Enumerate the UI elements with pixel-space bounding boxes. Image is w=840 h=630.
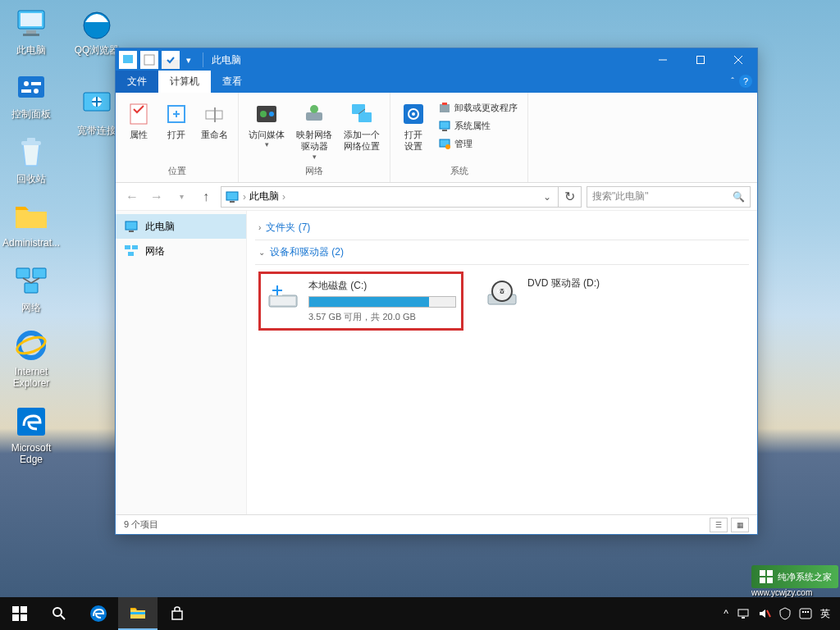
svg-line-14 bbox=[23, 278, 31, 283]
breadcrumb-bar[interactable]: › 此电脑 › ⌄ bbox=[221, 186, 559, 208]
button-label: 添加一个 网络位置 bbox=[344, 129, 380, 153]
qat-dropdown[interactable]: ▾ bbox=[183, 51, 194, 69]
ime-lang-indicator[interactable]: 英 bbox=[820, 607, 830, 621]
svg-rect-3 bbox=[23, 34, 39, 36]
desktop-icon-control-panel[interactable]: 控制面板 bbox=[2, 71, 61, 120]
network-tray-icon[interactable] bbox=[737, 608, 750, 619]
refresh-button[interactable]: ↻ bbox=[559, 186, 582, 208]
open-button[interactable]: 打开 bbox=[160, 99, 193, 142]
edge-icon bbox=[14, 404, 48, 439]
control-panel-icon bbox=[14, 71, 48, 105]
svg-rect-12 bbox=[33, 268, 46, 278]
drive-c[interactable]: 本地磁盘 (C:) 3.57 GB 可用，共 20.0 GB bbox=[258, 272, 463, 331]
maximize-button[interactable] bbox=[682, 48, 719, 71]
svg-point-49 bbox=[445, 144, 450, 149]
desktop-icon-this-pc[interactable]: 此电脑 bbox=[2, 7, 61, 56]
security-tray-icon[interactable] bbox=[779, 607, 791, 620]
search-input[interactable]: 搜索"此电脑" 🔍 bbox=[587, 186, 751, 208]
ribbon: 属性 打开 重命名 位置 访问媒体 ▾ bbox=[116, 93, 757, 183]
svg-rect-62 bbox=[272, 291, 276, 295]
nav-label: 网络 bbox=[145, 244, 165, 258]
qat-icon[interactable] bbox=[119, 51, 137, 69]
drives-group-header[interactable]: ⌄ 设备和驱动器 (2) bbox=[255, 240, 749, 265]
tiles-view-button[interactable]: ▦ bbox=[731, 518, 749, 532]
ribbon-group-network: 访问媒体 ▾ 映射网络 驱动器 ▾ 添加一个 网络位置 网络 bbox=[239, 93, 390, 182]
svg-rect-26 bbox=[697, 57, 705, 64]
add-location-button[interactable]: 添加一个 网络位置 bbox=[340, 99, 383, 154]
svg-rect-73 bbox=[12, 606, 19, 613]
desktop: 此电脑 控制面板 回收站 Administrat... 网络 Internet … bbox=[0, 0, 115, 481]
drive-d[interactable]: DVD DVD 驱动器 (D:) bbox=[480, 272, 685, 316]
uninstall-button[interactable]: 卸载或更改程序 bbox=[435, 99, 521, 116]
properties-button[interactable]: 属性 bbox=[122, 99, 155, 142]
tab-computer[interactable]: 计算机 bbox=[158, 71, 211, 93]
folders-group-header[interactable]: › 文件夹 (7) bbox=[255, 216, 749, 240]
close-button[interactable] bbox=[719, 48, 757, 71]
desktop-icon-admin-folder[interactable]: Administrat... bbox=[2, 199, 61, 249]
svg-rect-81 bbox=[738, 609, 748, 616]
up-button[interactable]: ↑ bbox=[196, 187, 216, 207]
rename-button[interactable]: 重命名 bbox=[198, 99, 231, 142]
recent-dropdown[interactable]: ▾ bbox=[171, 187, 191, 207]
qat-icon[interactable] bbox=[140, 51, 158, 69]
details-view-button[interactable]: ☰ bbox=[710, 518, 728, 532]
forward-button[interactable]: → bbox=[147, 187, 167, 207]
drive-capacity-fill bbox=[309, 297, 429, 307]
tray-chevron-icon[interactable]: ^ bbox=[724, 608, 728, 619]
svg-point-5 bbox=[24, 81, 29, 86]
nav-item-this-pc[interactable]: 此电脑 bbox=[116, 214, 246, 239]
titlebar[interactable]: ▾ 此电脑 bbox=[116, 48, 757, 71]
minimize-button[interactable] bbox=[644, 48, 682, 71]
taskbar-explorer[interactable] bbox=[118, 597, 158, 630]
back-button[interactable]: ← bbox=[122, 187, 142, 207]
svg-rect-4 bbox=[18, 76, 44, 98]
svg-rect-58 bbox=[271, 297, 295, 305]
ime-tray-icon[interactable] bbox=[799, 608, 812, 619]
svg-rect-76 bbox=[21, 614, 27, 621]
ribbon-tabs: 文件 计算机 查看 ˆ ? bbox=[116, 71, 757, 93]
svg-line-78 bbox=[61, 615, 65, 619]
qat-properties-icon[interactable] bbox=[162, 51, 180, 69]
taskbar[interactable]: ^ 英 bbox=[0, 597, 840, 630]
start-button[interactable] bbox=[0, 597, 39, 630]
button-label: 映射网络 驱动器 bbox=[296, 129, 332, 153]
system-tray[interactable]: ^ 英 bbox=[717, 607, 837, 621]
taskbar-store[interactable] bbox=[158, 597, 197, 630]
svg-line-83 bbox=[767, 610, 770, 617]
group-label: 位置 bbox=[122, 165, 231, 179]
help-icon[interactable]: ? bbox=[739, 75, 752, 88]
address-bar: ← → ▾ ↑ › 此电脑 › ⌄ ↻ 搜索"此电脑" 🔍 bbox=[116, 183, 757, 211]
button-label: 打开 设置 bbox=[404, 129, 422, 153]
system-properties-button[interactable]: 系统属性 bbox=[435, 117, 521, 134]
desktop-icon-network[interactable]: 网络 bbox=[2, 264, 61, 313]
nav-item-network[interactable]: 网络 bbox=[116, 239, 246, 263]
map-drive-button[interactable]: 映射网络 驱动器 ▾ bbox=[293, 99, 336, 162]
desktop-icon-edge[interactable]: Microsoft Edge bbox=[2, 404, 61, 466]
search-icon: 🔍 bbox=[733, 191, 745, 203]
taskbar-edge[interactable] bbox=[79, 597, 118, 630]
search-button[interactable] bbox=[39, 597, 79, 630]
breadcrumb-sep: › bbox=[243, 191, 246, 203]
manage-button[interactable]: 管理 bbox=[435, 135, 521, 152]
search-placeholder: 搜索"此电脑" bbox=[592, 189, 649, 203]
desktop-icon-ie[interactable]: Internet Explorer bbox=[2, 328, 61, 390]
ribbon-collapse-icon[interactable]: ˆ bbox=[731, 76, 734, 86]
content-pane[interactable]: › 文件夹 (7) ⌄ 设备和驱动器 (2) 本地磁盘 (C:) 3.57 GB… bbox=[247, 211, 757, 514]
svg-rect-69 bbox=[760, 570, 765, 576]
access-media-button[interactable]: 访问媒体 ▾ bbox=[245, 99, 288, 150]
svg-rect-86 bbox=[805, 611, 806, 613]
svg-rect-36 bbox=[306, 112, 322, 121]
svg-rect-1 bbox=[21, 13, 42, 26]
ribbon-group-location: 属性 打开 重命名 位置 bbox=[116, 93, 239, 182]
button-label: 属性 bbox=[130, 129, 148, 140]
volume-tray-icon[interactable] bbox=[758, 608, 771, 619]
breadcrumb-item[interactable]: 此电脑 bbox=[249, 189, 279, 203]
desktop-icon-recycle-bin[interactable]: 回收站 bbox=[2, 135, 61, 185]
breadcrumb-dropdown[interactable]: ⌄ bbox=[540, 191, 555, 203]
tab-view[interactable]: 查看 bbox=[211, 71, 253, 93]
tab-file[interactable]: 文件 bbox=[116, 71, 158, 93]
svg-rect-6 bbox=[31, 82, 41, 85]
svg-point-43 bbox=[412, 112, 415, 116]
drives-list: 本地磁盘 (C:) 3.57 GB 可用，共 20.0 GB DVD DVD 驱… bbox=[255, 265, 749, 337]
open-settings-button[interactable]: 打开 设置 bbox=[397, 99, 430, 154]
